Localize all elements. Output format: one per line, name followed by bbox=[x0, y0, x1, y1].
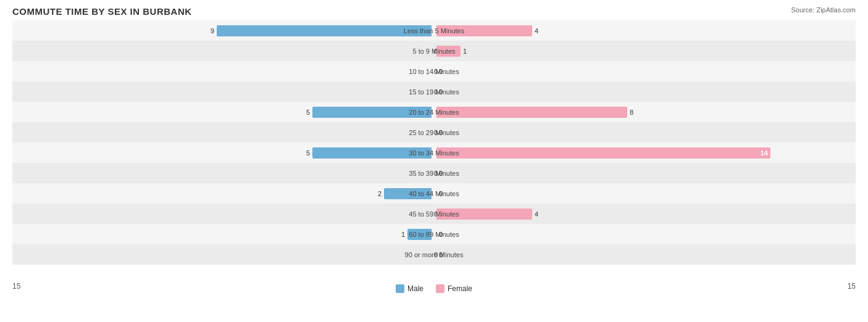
female-bar bbox=[436, 208, 532, 220]
male-bar bbox=[384, 188, 432, 199]
female-value: 0 bbox=[439, 68, 443, 75]
axis-right-label: 15 bbox=[848, 282, 856, 293]
female-value: 0 bbox=[439, 129, 443, 136]
male-value: 5 bbox=[306, 149, 310, 157]
left-section: 0 bbox=[12, 41, 434, 61]
right-section: 0 bbox=[434, 244, 856, 265]
chart-row: 0 90 or more Minutes 0 bbox=[12, 244, 856, 265]
source-label: Source: ZipAtlas.com bbox=[791, 6, 856, 14]
right-section: 0 bbox=[434, 183, 856, 204]
chart-row: 5 20 to 24 Minutes 8 bbox=[12, 102, 856, 122]
chart-row: 0 25 to 29 Minutes 0 bbox=[12, 122, 856, 142]
right-section: 0 bbox=[434, 81, 856, 102]
left-section: 1 bbox=[12, 224, 434, 244]
female-value: 0 bbox=[439, 190, 443, 197]
chart-row: 5 30 to 34 Minutes 14 bbox=[12, 142, 856, 163]
right-section: 0 bbox=[434, 122, 856, 142]
right-section: 8 bbox=[434, 102, 856, 122]
right-section: 4 bbox=[434, 20, 856, 41]
left-section: 0 bbox=[12, 244, 434, 265]
right-section: 0 bbox=[434, 163, 856, 183]
axis-left-label: 15 bbox=[12, 282, 20, 293]
male-bar bbox=[312, 147, 432, 159]
legend: Male Female bbox=[396, 284, 472, 293]
legend-male: Male bbox=[396, 284, 424, 293]
female-value: 1 bbox=[463, 47, 467, 55]
left-section: 0 bbox=[12, 61, 434, 81]
chart-row: 2 40 to 44 Minutes 0 bbox=[12, 183, 856, 204]
male-value: 5 bbox=[306, 109, 310, 116]
chart-row: 0 10 to 14 Minutes 0 bbox=[12, 61, 856, 81]
left-section: 2 bbox=[12, 183, 434, 204]
legend-female: Female bbox=[436, 284, 472, 293]
left-section: 9 bbox=[12, 20, 434, 41]
right-section: 14 bbox=[434, 142, 856, 163]
left-section: 0 bbox=[12, 163, 434, 183]
chart-row: 0 35 to 39 Minutes 0 bbox=[12, 163, 856, 183]
male-value: 9 bbox=[211, 27, 214, 35]
left-section: 0 bbox=[12, 122, 434, 142]
female-value: 0 bbox=[439, 251, 443, 258]
male-value: 1 bbox=[401, 231, 405, 238]
right-section: 0 bbox=[434, 224, 856, 244]
left-section: 5 bbox=[12, 102, 434, 122]
chart-row: 0 15 to 19 Minutes 0 bbox=[12, 81, 856, 102]
female-bar bbox=[436, 107, 627, 118]
female-bar bbox=[436, 46, 461, 57]
female-bar: 14 bbox=[436, 147, 770, 159]
chart-title: COMMUTE TIME BY SEX IN BURBANK bbox=[12, 6, 856, 17]
left-section: 0 bbox=[12, 204, 434, 224]
male-bar bbox=[407, 229, 432, 240]
female-value: 8 bbox=[630, 109, 633, 116]
right-section: 0 bbox=[434, 61, 856, 81]
left-section: 5 bbox=[12, 142, 434, 163]
chart-row: 0 5 to 9 Minutes 1 bbox=[12, 41, 856, 61]
female-bar bbox=[436, 25, 532, 36]
female-value: 4 bbox=[535, 27, 538, 35]
female-value: 4 bbox=[535, 210, 538, 218]
legend-female-label: Female bbox=[448, 284, 472, 293]
female-value: 0 bbox=[439, 88, 443, 96]
left-section: 0 bbox=[12, 81, 434, 102]
chart-row: 1 60 to 89 Minutes 0 bbox=[12, 224, 856, 244]
male-color-box bbox=[396, 284, 404, 293]
axis-bottom: 15 Male Female 15 bbox=[12, 279, 856, 293]
chart-row: 0 45 to 59 Minutes 4 bbox=[12, 204, 856, 224]
female-value: 0 bbox=[439, 170, 443, 177]
chart-area: 9 Less than 5 Minutes 4 0 5 to 9 Minutes bbox=[12, 20, 856, 279]
chart-row: 9 Less than 5 Minutes 4 bbox=[12, 20, 856, 41]
right-section: 4 bbox=[434, 204, 856, 224]
male-bar bbox=[217, 25, 432, 36]
male-bar bbox=[312, 107, 432, 118]
male-value: 2 bbox=[378, 190, 382, 197]
female-color-box bbox=[436, 284, 444, 293]
chart-container: COMMUTE TIME BY SEX IN BURBANK Source: Z… bbox=[0, 0, 868, 322]
female-value: 0 bbox=[439, 231, 443, 238]
female-inner-value: 14 bbox=[761, 149, 768, 157]
legend-male-label: Male bbox=[407, 284, 424, 293]
right-section: 1 bbox=[434, 41, 856, 61]
